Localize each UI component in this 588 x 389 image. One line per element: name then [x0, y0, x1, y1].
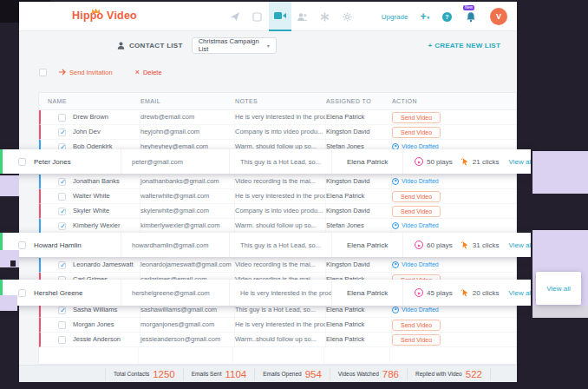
create-new-list-button[interactable]: + CREATE NEW LIST [428, 42, 500, 49]
send-video-button[interactable]: Send Video [392, 191, 441, 202]
video-drafted-label: Video Drafted [402, 219, 439, 233]
row-checkbox[interactable] [58, 222, 66, 230]
row-checkbox[interactable] [58, 178, 66, 186]
highlighted-row[interactable]: Hershel Greenehershelgreene@gmail.comHe … [0, 280, 531, 306]
action-cell: ▶Video Drafted [392, 175, 516, 188]
logo-crown-icon [90, 4, 101, 16]
send-video-button[interactable]: Send Video [392, 320, 441, 331]
clicks-count: 31 clicks [473, 241, 500, 249]
campaign-list-dropdown[interactable]: Christmas Campaign List ▾ [192, 37, 277, 54]
stat-item: Emails Sent1104 [183, 368, 254, 380]
purple-overlay-block [0, 250, 19, 267]
contact-notes: He is very interested in the prod... [230, 280, 332, 306]
row-checkbox[interactable] [58, 336, 66, 344]
table-row[interactable]: Kimberly Wexlerkimberlywexler@gmail.comW… [39, 219, 516, 234]
contact-name: Skyler White [73, 204, 109, 218]
app-window: Hippo Video [19, 2, 517, 382]
view-all-link[interactable]: View all [546, 285, 570, 293]
action-cell: ▶Video Drafted [392, 219, 516, 233]
row-checkbox[interactable] [58, 208, 66, 215]
empty-cell [390, 347, 516, 364]
send-video-button[interactable]: Send Video [392, 206, 441, 217]
contact-email: hershelgreene@gmail.com [121, 280, 230, 306]
row-checkbox[interactable] [18, 158, 26, 166]
stat-item: Replied with Video522 [407, 368, 491, 380]
notifications-bell-icon[interactable]: New [466, 11, 476, 23]
row-checkbox[interactable] [58, 114, 66, 122]
row-checkbox[interactable] [58, 261, 66, 269]
chevron-down-icon: ▾ [427, 15, 429, 20]
video-drafted-status: ▶Video Drafted [392, 258, 439, 272]
row-checkbox[interactable] [58, 321, 66, 329]
assigned-to: Elena Patrick [332, 149, 403, 174]
table-row[interactable]: Jonathan Banksjonathanbanks@gmail.comVid… [39, 175, 516, 189]
stat-label: Total Contacts [114, 371, 149, 377]
row-checkbox[interactable] [18, 289, 26, 297]
assigned-to: Kingston David [326, 175, 392, 188]
highlighted-row[interactable]: Howard Hamlinhowardhamlin@gmail.comThis … [0, 233, 531, 257]
select-all-checkbox[interactable] [39, 69, 47, 76]
clicks-count: 21 clicks [473, 158, 500, 166]
settings-gear-icon[interactable] [336, 2, 359, 31]
stats-cell: ▶60 plays31 clicksView all [403, 233, 531, 257]
hippo-video-logo[interactable]: Hippo Video [72, 10, 137, 22]
send-video-button[interactable]: Send Video [392, 127, 441, 138]
user-avatar[interactable]: V [490, 8, 507, 25]
assigned-to: Elena Patrick [332, 280, 403, 306]
contact-list-label-group: CONTACT LIST [117, 42, 183, 49]
contact-name-cell: Walter White [41, 189, 140, 203]
view-all-link[interactable]: View all [508, 158, 531, 166]
table-row[interactable]: Leonardo Jameswattleonardojameswatt@gmai… [39, 258, 516, 273]
chevron-down-icon: ▾ [267, 43, 270, 49]
view-all-link[interactable]: View all [508, 241, 531, 249]
highlighted-row[interactable]: Peter Jonespeter@gmail.comThis guy is a … [0, 149, 531, 174]
stat-label: Replied with Video [415, 371, 462, 377]
view-all-link[interactable]: View all [508, 289, 531, 297]
row-checkbox[interactable] [18, 241, 26, 249]
create-new-list-label: CREATE NEW LIST [434, 42, 500, 49]
library-icon[interactable] [246, 2, 269, 31]
stat-item: Emails Opened954 [254, 368, 330, 380]
purple-overlay-block [532, 151, 588, 194]
table-row[interactable]: Morgan Jonesmorganjones@gmail.comHe is v… [39, 318, 516, 333]
send-video-button[interactable]: Send Video [392, 334, 441, 346]
row-checkbox[interactable] [58, 129, 66, 136]
help-icon[interactable]: ? [442, 12, 452, 22]
send-icon[interactable] [224, 2, 246, 31]
arrow-right-icon [59, 69, 66, 76]
view-all-tooltip[interactable]: View all [536, 272, 581, 305]
contact-name-cell: Morgan Jones [41, 318, 140, 332]
send-invitation-button[interactable]: Send Invitation [59, 69, 113, 76]
video-drafted-status: ▶Video Drafted [392, 175, 439, 188]
stat-value: 954 [305, 369, 322, 379]
send-video-button[interactable]: Send Video [392, 112, 441, 123]
contact-notes: Video recording is the mai... [235, 175, 326, 188]
contact-email: walterwhite@gmail.com [140, 189, 235, 203]
action-cell: Send Video [392, 189, 516, 203]
contact-notes: Company is into video produ... [235, 125, 326, 139]
row-checkbox[interactable] [58, 307, 66, 314]
table-row[interactable]: Drew Browndrewb@email.comHe is very inte… [39, 110, 516, 125]
column-header: ACTION [392, 93, 516, 110]
plays-count: 60 plays [427, 241, 453, 249]
table-row[interactable]: Skyler Whiteskylerwhite@gmail.comCompany… [39, 204, 516, 219]
video-camera-icon[interactable] [269, 2, 291, 31]
table-row[interactable]: Jessie Andersonjessieanderson@gmail.comW… [39, 333, 516, 347]
delete-button[interactable]: × Delete [135, 69, 162, 76]
empty-cell [233, 347, 324, 364]
stat-value: 1104 [225, 369, 246, 379]
contact-name: Howard Hamlin [34, 241, 82, 249]
table-row[interactable]: Walter Whitewalterwhite@gmail.comHe is v… [39, 189, 516, 204]
integrations-icon[interactable] [314, 2, 336, 31]
contact-list-header: CONTACT LIST Christmas Campaign List ▾ +… [19, 31, 517, 59]
add-plus-button[interactable]: +▾ [420, 10, 429, 23]
video-drafted-label: Video Drafted [402, 175, 439, 188]
table-row[interactable]: John Devheyjohn@gmail.comCompany is into… [39, 125, 516, 140]
row-checkbox[interactable] [58, 193, 66, 201]
upgrade-link[interactable]: Upgrade [382, 13, 408, 21]
contact-name: John Dev [73, 125, 101, 139]
stat-value: 1250 [153, 369, 175, 379]
contact-notes: He is very interested in the prod... [235, 189, 326, 203]
contacts-icon[interactable] [291, 2, 314, 31]
empty-cell [139, 347, 233, 364]
